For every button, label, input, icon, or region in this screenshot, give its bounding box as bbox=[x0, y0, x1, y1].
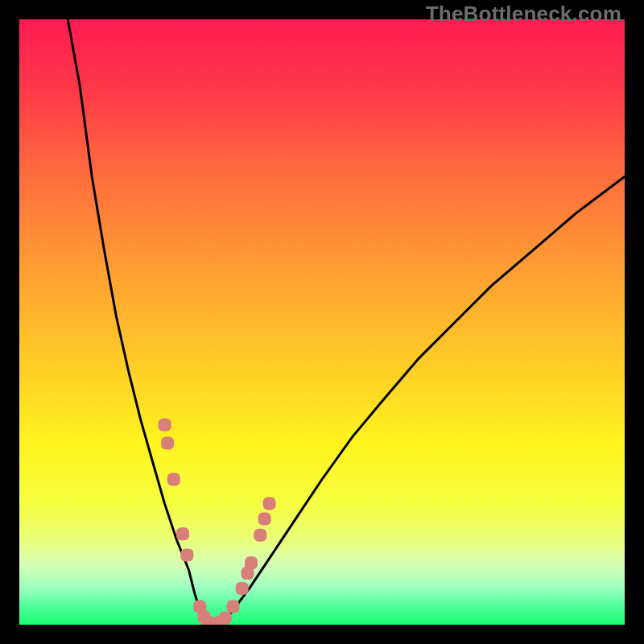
dot-marker bbox=[159, 419, 171, 431]
dot-marker bbox=[180, 549, 193, 562]
dot-markers-group bbox=[159, 419, 276, 625]
watermark-text: TheBottleneck.com bbox=[426, 2, 621, 27]
dot-marker bbox=[167, 473, 180, 486]
plot-area bbox=[19, 19, 625, 625]
curve-layer bbox=[19, 19, 625, 625]
dot-marker bbox=[236, 582, 249, 595]
chart-frame bbox=[19, 19, 625, 625]
dot-marker bbox=[227, 600, 240, 613]
right-curve-line bbox=[219, 177, 625, 625]
dot-marker bbox=[161, 436, 174, 449]
dot-marker bbox=[245, 556, 258, 569]
dot-marker bbox=[263, 497, 276, 510]
dot-marker bbox=[219, 612, 232, 625]
dot-marker bbox=[176, 527, 189, 540]
dot-marker bbox=[258, 512, 271, 525]
dot-marker bbox=[254, 529, 266, 542]
